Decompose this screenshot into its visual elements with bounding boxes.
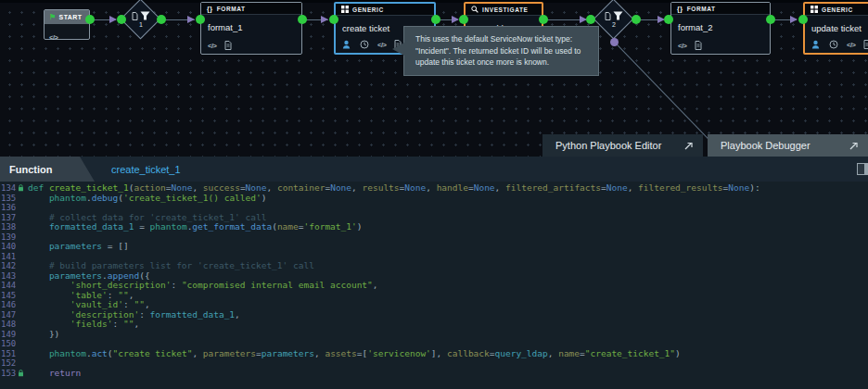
code-line: 135 phantom.debug('create_ticket_1() cal… <box>0 194 868 204</box>
connector-dot[interactable] <box>85 15 95 24</box>
node-start[interactable]: ⚑ START </> <box>44 9 90 40</box>
clock-icon[interactable] <box>360 40 369 49</box>
line-number: 134 <box>0 183 28 194</box>
code-line: 146 'vault_id': "", <box>0 300 868 310</box>
code-line: 153 return <box>0 369 868 379</box>
phantom-playbook-editor: ⚑ START </> 1 {} FORMAT fo <box>0 0 868 389</box>
line-number: 141 <box>0 252 28 262</box>
node-update-ticket[interactable]: GENERIC update ticket </> <box>803 2 868 55</box>
edge-filter2-diagonal <box>614 42 709 140</box>
node-filter-2[interactable]: 2 <box>594 0 634 40</box>
lock-icon <box>18 184 24 192</box>
user-icon[interactable] <box>811 40 821 49</box>
line-number: 147 <box>0 310 28 320</box>
tab-label: Python Playbook Editor <box>555 140 661 151</box>
connector-dot[interactable] <box>586 15 595 24</box>
function-bar: Function create_ticket_1 <box>0 157 868 182</box>
connector-dot[interactable] <box>766 15 775 24</box>
connector-dot[interactable] <box>196 15 205 24</box>
line-number: 144 <box>0 281 28 291</box>
function-name: create_ticket_1 <box>111 157 181 182</box>
user-icon[interactable] <box>342 40 351 49</box>
code-line: 140 parameters = [] <box>0 242 868 252</box>
code-line: 138 formatted_data_1 = phantom.get_forma… <box>0 222 868 232</box>
page-icon <box>605 12 611 20</box>
node-format-2[interactable]: {} FORMAT format_2 </> <box>670 2 771 55</box>
code-line: 150 <box>0 339 868 349</box>
code-icon[interactable]: </> <box>377 41 386 49</box>
expand-icon[interactable] <box>849 141 859 151</box>
line-number: 139 <box>0 232 28 243</box>
arrow-icon <box>187 16 195 23</box>
note-icon[interactable] <box>224 41 232 50</box>
code-line: 134def create_ticket_1(action=None, succ… <box>0 183 868 194</box>
code-line: 148 'fields': "", <box>0 320 868 330</box>
line-number: 138 <box>0 222 28 232</box>
code-line: 151 phantom.act("create ticket", paramet… <box>0 349 868 359</box>
connector-dot[interactable] <box>459 15 468 24</box>
node-title: format_1 <box>201 15 301 32</box>
tab-playbook-debugger[interactable]: Playbook Debugger <box>708 134 868 157</box>
line-number: 137 <box>0 213 28 223</box>
playbook-canvas[interactable]: ⚑ START </> 1 {} FORMAT fo <box>0 0 868 157</box>
connector-dot[interactable] <box>539 15 548 24</box>
node-title: format_2 <box>671 15 770 32</box>
connector-dot[interactable] <box>798 15 808 24</box>
line-number: 148 <box>0 320 28 330</box>
note-icon[interactable] <box>863 40 868 49</box>
magnifier-icon <box>471 6 479 13</box>
braces-icon: {} <box>207 6 213 12</box>
tab-python-playbook-editor[interactable]: Python Playbook Editor <box>542 134 703 157</box>
servicenow-tooltip: This uses the default ServiceNow ticket … <box>403 26 599 76</box>
panel-toggle-icon[interactable] <box>857 163 868 175</box>
code-line: 136 <box>0 203 868 213</box>
connector-dot[interactable] <box>664 15 673 24</box>
node-format-1[interactable]: {} FORMAT format_1 </> <box>200 2 302 55</box>
line-number: 146 <box>0 300 28 310</box>
code-line: 139 <box>0 232 868 243</box>
flag-icon: ⚑ <box>49 14 57 21</box>
expand-icon[interactable] <box>683 141 694 151</box>
tooltip-pointer <box>392 43 404 56</box>
code-icon[interactable]: </> <box>49 33 57 42</box>
note-icon[interactable] <box>695 41 702 50</box>
node-title: update ticket <box>805 16 868 33</box>
connector-dot[interactable] <box>431 15 440 24</box>
clock-icon[interactable] <box>829 40 838 49</box>
line-number: 140 <box>0 242 28 252</box>
code-icon[interactable]: </> <box>678 42 686 50</box>
connector-dot[interactable] <box>329 15 338 24</box>
connector-dot[interactable] <box>117 15 126 24</box>
node-type-label: FORMAT <box>687 6 716 12</box>
code-line: 142 # build parameters list for 'create_… <box>0 261 868 271</box>
filter-number: 1 <box>139 21 143 28</box>
arrow-icon <box>109 16 117 23</box>
line-number: 149 <box>0 330 28 340</box>
grid-icon <box>811 6 818 13</box>
line-number: 136 <box>0 203 28 213</box>
connector-dot[interactable] <box>298 15 307 24</box>
line-number: 150 <box>0 339 28 349</box>
connector-dot-purple[interactable] <box>610 38 619 46</box>
node-filter-1[interactable]: 1 <box>121 0 161 40</box>
code-lines: 134def create_ticket_1(action=None, succ… <box>0 183 868 378</box>
line-number: 135 <box>0 194 28 204</box>
line-number: 142 <box>0 261 28 271</box>
code-line: 152 <box>0 358 868 369</box>
node-type-label: GENERIC <box>822 6 853 13</box>
line-number: 152 <box>0 358 28 369</box>
arrow-icon <box>452 16 459 23</box>
arrow-icon <box>790 16 798 23</box>
connector-dot[interactable] <box>632 15 641 24</box>
node-type-label: GENERIC <box>352 6 384 13</box>
line-number: 153 <box>0 369 28 379</box>
code-icon[interactable]: </> <box>208 42 216 50</box>
line-number: 143 <box>0 271 28 282</box>
connector-dot[interactable] <box>157 15 166 24</box>
function-tab[interactable]: Function <box>0 157 95 182</box>
code-line: 149 }) <box>0 330 868 340</box>
filter-funnel-icon <box>140 11 150 20</box>
line-number: 145 <box>0 291 28 301</box>
python-code-editor[interactable]: 134def create_ticket_1(action=None, succ… <box>0 182 868 389</box>
code-icon[interactable]: </> <box>847 41 855 49</box>
